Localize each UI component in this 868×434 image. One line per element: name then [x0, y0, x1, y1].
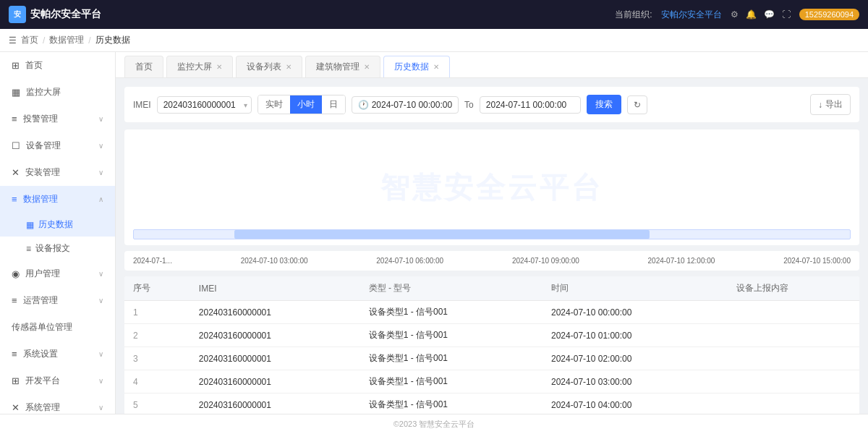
tab-home[interactable]: 首页 — [124, 56, 163, 77]
cell-time: 2024-07-10 03:00:00 — [542, 370, 728, 393]
time-btn-realtime[interactable]: 实时 — [258, 95, 290, 114]
refresh-button[interactable]: ↻ — [627, 95, 647, 114]
start-date-value: 2024-07-10 00:00:00 — [372, 100, 452, 110]
export-button[interactable]: ↓ 导出 — [810, 94, 851, 115]
end-date-input[interactable]: 2024-07-11 00:00:00 — [480, 96, 581, 114]
tab-monitor[interactable]: 监控大屏 ✕ — [166, 56, 233, 77]
menu-icon[interactable]: ☰ — [9, 35, 17, 46]
start-date-icon: 🕐 — [358, 100, 369, 110]
sysadmin-icon: ✕ — [12, 402, 20, 413]
cell-num: 1 — [124, 301, 190, 324]
install-icon: ✕ — [12, 167, 20, 178]
header-icons: ⚙ 🔔 💬 ⛶ — [731, 9, 791, 20]
bell-icon[interactable]: 🔔 — [746, 9, 757, 20]
cell-imei: 202403160000001 — [190, 370, 360, 393]
sidebar-item-data[interactable]: ≡数据管理 ∧ — [0, 186, 115, 213]
arrow-settings: ∨ — [98, 350, 103, 358]
tab-history-close[interactable]: ✕ — [433, 63, 439, 71]
user-badge[interactable]: 15259260094 — [799, 9, 859, 20]
sidebar-child-report[interactable]: ≡ 设备报文 — [0, 237, 115, 260]
footer: ©2023 智慧安全云平台 — [0, 414, 868, 434]
sidebar-item-home[interactable]: ⊞首页 — [0, 52, 115, 79]
arrow-sysadmin: ∨ — [98, 404, 103, 412]
cell-time: 2024-07-10 02:00:00 — [542, 347, 728, 370]
filter-bar: IMEI 202403160000001 实时 小时 日 🕐 2024-07-1… — [124, 87, 859, 122]
settings-icon[interactable]: ⚙ — [731, 9, 739, 20]
tl-label-0: 2024-07-1... — [133, 257, 172, 265]
tab-device-list-close[interactable]: ✕ — [286, 63, 292, 71]
tab-monitor-close[interactable]: ✕ — [216, 63, 222, 71]
logo-text: 安帕尔安全平台 — [30, 8, 101, 21]
tab-building[interactable]: 建筑物管理 ✕ — [305, 56, 380, 77]
sidebar-item-device[interactable]: ☐设备管理 ∨ — [0, 132, 115, 159]
cell-time: 2024-07-10 00:00:00 — [542, 301, 728, 324]
arrow-user: ∨ — [98, 270, 103, 278]
table-header-row: 序号 IMEI 类型 - 型号 时间 设备上报内容 — [124, 276, 859, 301]
fullscreen-icon[interactable]: ⛶ — [782, 9, 791, 20]
sidebar-item-alarm[interactable]: ≡投警管理 ∨ — [0, 106, 115, 132]
history-table: 序号 IMEI 类型 - 型号 时间 设备上报内容 1 202403160000… — [124, 276, 859, 414]
table-row: 5 202403160000001 设备类型1 - 信号001 2024-07-… — [124, 393, 859, 414]
breadcrumb-sep2: / — [88, 35, 90, 46]
breadcrumb-home[interactable]: 首页 — [21, 34, 38, 46]
time-btn-hour[interactable]: 小时 — [290, 95, 322, 114]
cell-num: 5 — [124, 393, 190, 414]
table-body: 1 202403160000001 设备类型1 - 信号001 2024-07-… — [124, 301, 859, 414]
cell-time: 2024-07-10 04:00:00 — [542, 393, 728, 414]
tl-label-3: 2024-07-10 09:00:00 — [512, 257, 579, 265]
col-num: 序号 — [124, 276, 190, 301]
sidebar-label-install: 安装管理 — [25, 166, 60, 179]
sidebar-label-device: 设备管理 — [26, 140, 61, 152]
tab-home-label: 首页 — [135, 61, 153, 73]
logo: 安 安帕尔安全平台 — [9, 6, 101, 23]
tab-building-close[interactable]: ✕ — [364, 63, 370, 71]
tl-label-5: 2024-07-10 15:00:00 — [783, 257, 851, 265]
arrow-operation: ∨ — [98, 297, 103, 305]
sidebar-item-install[interactable]: ✕安装管理 ∨ — [0, 159, 115, 186]
current-org[interactable]: 安帕尔安全平台 — [661, 9, 722, 21]
cell-content — [728, 370, 859, 393]
table-row: 2 202403160000001 设备类型1 - 信号001 2024-07-… — [124, 324, 859, 347]
tl-label-4: 2024-07-10 12:00:00 — [648, 257, 715, 265]
cell-type: 设备类型1 - 信号001 — [360, 370, 542, 393]
sidebar-item-monitor[interactable]: ▦监控大屏 — [0, 79, 115, 106]
sidebar-item-operation[interactable]: ≡运营管理 ∨ — [0, 287, 115, 314]
watermark: 智慧安全云平台 — [124, 129, 859, 245]
sidebar-label-home: 首页 — [25, 59, 43, 72]
monitor-icon: ▦ — [12, 87, 20, 98]
arrow-device: ∨ — [98, 142, 103, 150]
col-type: 类型 - 型号 — [360, 276, 542, 301]
cell-imei: 202403160000001 — [190, 301, 360, 324]
user-icon: ◉ — [12, 268, 20, 279]
sidebar-item-devplatform[interactable]: ⊞开发平台 ∨ — [0, 367, 115, 394]
sidebar-item-sysadmin[interactable]: ✕系统管理 ∨ — [0, 394, 115, 414]
start-date-input[interactable]: 🕐 2024-07-10 00:00:00 — [352, 96, 459, 114]
sidebar-item-sensor[interactable]: 传感器单位管理 — [0, 314, 115, 341]
home-icon: ⊞ — [12, 60, 20, 71]
sidebar-child-label-report: 设备报文 — [35, 242, 70, 255]
chart-area: 智慧安全云平台 — [124, 129, 859, 245]
imei-select[interactable]: 202403160000001 — [157, 96, 252, 114]
sidebar-item-settings[interactable]: ≡系统设置 ∨ — [0, 341, 115, 367]
cell-num: 3 — [124, 347, 190, 370]
tab-monitor-label: 监控大屏 — [177, 61, 212, 73]
breadcrumb: ☰ 首页 / 数据管理 / 历史数据 — [0, 29, 868, 52]
tab-history[interactable]: 历史数据 ✕ — [383, 56, 450, 77]
header-right: 当前组织: 安帕尔安全平台 ⚙ 🔔 💬 ⛶ 15259260094 — [615, 9, 859, 21]
tl-label-1: 2024-07-10 03:00:00 — [241, 257, 308, 265]
sidebar-item-user[interactable]: ◉用户管理 ∨ — [0, 260, 115, 287]
sidebar: ⊞首页 ▦监控大屏 ≡投警管理 ∨ ☐设备管理 ∨ ✕安装管理 ∨ ≡数据管理 … — [0, 52, 116, 414]
time-btn-day[interactable]: 日 — [322, 95, 345, 114]
sidebar-child-history[interactable]: ▦ 历史数据 — [0, 213, 115, 237]
timeline-row: 2024-07-1... 2024-07-10 03:00:00 2024-07… — [124, 251, 859, 271]
data-table: 序号 IMEI 类型 - 型号 时间 设备上报内容 1 202403160000… — [124, 276, 859, 414]
notification-icon[interactable]: 💬 — [764, 9, 775, 20]
settings-sidebar-icon: ≡ — [12, 349, 17, 359]
tab-device-list-label: 设备列表 — [247, 61, 281, 73]
breadcrumb-data[interactable]: 数据管理 — [49, 34, 84, 46]
search-button[interactable]: 搜索 — [587, 95, 621, 114]
sidebar-label-sysadmin: 系统管理 — [25, 401, 60, 414]
col-imei: IMEI — [190, 276, 360, 301]
end-date-value: 2024-07-11 00:00:00 — [486, 100, 566, 110]
tab-device-list[interactable]: 设备列表 ✕ — [236, 56, 302, 77]
